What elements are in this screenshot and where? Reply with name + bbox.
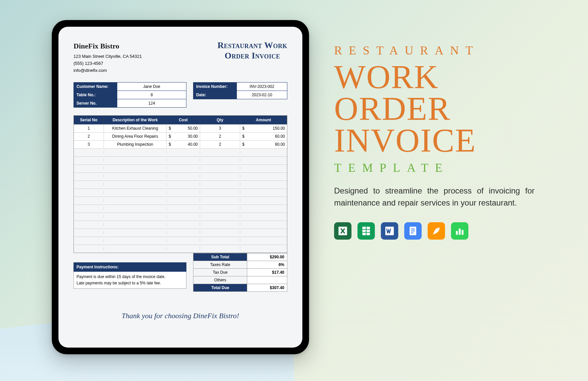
col-cost: Cost [167, 116, 200, 124]
table-row-empty [74, 237, 287, 245]
table-no-label: Table No.: [74, 91, 117, 99]
table-row-empty [74, 148, 287, 156]
customer-name-value: Jane Doe [117, 83, 186, 91]
table-no-value: 8 [117, 91, 186, 99]
marketing-panel: RESTAURANT WORK ORDER INVOICE TEMPLATE D… [334, 43, 551, 240]
cell-qty: 3 [200, 125, 240, 132]
payment-heading: Payment Instructions: [74, 262, 186, 272]
info-row: Customer Name:Jane Doe Table No.:8 Serve… [74, 82, 287, 107]
title-line-1: Restaurant Work [217, 40, 287, 50]
format-icons-row [334, 222, 551, 240]
payment-instructions-block: Payment Instructions: Payment is due wit… [74, 262, 186, 291]
title-work: WORK [334, 61, 551, 93]
table-row: 2Dining Area Floor Repairs$30.002$60.00 [74, 132, 287, 140]
server-no-value: 124 [117, 99, 186, 107]
company-email: info@dinefix.com [74, 67, 142, 74]
table-row-empty [74, 221, 287, 229]
table-header-row: Serial No Description of the Work Cost Q… [74, 116, 287, 124]
thank-you-message: Thank you for choosing DineFix Bistro! [74, 311, 287, 320]
excel-icon [334, 222, 351, 240]
company-name: DineFix Bistro [74, 40, 142, 52]
col-amount: Amount [240, 116, 287, 124]
word-icon [381, 222, 398, 240]
company-block: DineFix Bistro 123 Main Street Cityville… [74, 40, 142, 74]
taxrate-value: 6% [247, 261, 287, 268]
table-row-empty [74, 172, 287, 180]
others-value [247, 276, 287, 284]
cell-serial: 3 [74, 141, 104, 148]
cell-amount: $80.00 [240, 141, 287, 148]
subtotal-value: $290.00 [247, 253, 287, 261]
cell-cost: $50.00 [167, 125, 200, 132]
cell-serial: 2 [74, 133, 104, 140]
invoice-number-value: INV-2023-002 [237, 83, 287, 91]
taxrate-label: Taxes Rate [193, 261, 247, 268]
table-row-empty [74, 156, 287, 164]
customer-info-block: Customer Name:Jane Doe Table No.:8 Serve… [74, 82, 186, 107]
table-row-empty [74, 245, 287, 253]
bottom-section: Payment Instructions: Payment is due wit… [74, 253, 287, 291]
cell-cost: $30.00 [167, 133, 200, 140]
table-row-empty [74, 213, 287, 221]
title-line-2: Order Invoice [217, 50, 287, 61]
numbers-icon [451, 222, 468, 240]
invoice-date-value: 2023-02-10 [237, 91, 287, 99]
line-items-table: Serial No Description of the Work Cost Q… [74, 115, 287, 253]
table-row: 3Plumbing Inspection$40.002$80.00 [74, 140, 287, 148]
server-no-label: Server No. [74, 99, 117, 107]
svg-rect-5 [459, 229, 461, 235]
svg-rect-6 [462, 230, 464, 235]
col-serial: Serial No [74, 116, 104, 124]
totaldue-value: $307.40 [247, 284, 287, 291]
subtotal-label: Sub Total [193, 253, 247, 261]
payment-line-2: Late payments may be subject to a 5% lat… [77, 280, 183, 286]
taxdue-value: $17.40 [247, 269, 287, 276]
col-qty: Qty [200, 116, 240, 124]
payment-body: Payment is due within 15 days of the inv… [74, 272, 186, 289]
totals-block: Sub Total$290.00 Taxes Rate6% Tax Due$17… [193, 253, 287, 291]
document-title: Restaurant Work Order Invoice [217, 40, 287, 74]
svg-rect-4 [456, 231, 458, 235]
cell-amount: $150.00 [240, 125, 287, 132]
title-restaurant: RESTAURANT [334, 43, 551, 57]
totaldue-label: Total Due [193, 284, 247, 291]
title-template: TEMPLATE [334, 161, 551, 175]
title-invoice: INVOICE [334, 124, 551, 156]
cell-qty: 2 [200, 141, 240, 148]
col-description: Description of the Work [104, 116, 167, 124]
marketing-description: Designed to streamline the process of in… [334, 185, 535, 209]
invoice-number-label: Invoice Number: [193, 83, 237, 91]
customer-name-label: Customer Name: [74, 83, 117, 91]
cell-serial: 1 [74, 125, 104, 132]
table-row: 1Kitchen Exhaust Cleaning$50.003$150.00 [74, 124, 287, 132]
tablet-frame: DineFix Bistro 123 Main Street Cityville… [52, 20, 309, 354]
company-phone: (555) 123-4567 [74, 60, 142, 67]
table-row-empty [74, 180, 287, 188]
taxdue-label: Tax Due [193, 269, 247, 276]
title-order: ORDER [334, 93, 551, 124]
pages-icon [428, 222, 445, 240]
cell-cost: $40.00 [167, 141, 200, 148]
cell-amount: $60.00 [240, 133, 287, 140]
invoice-document: DineFix Bistro 123 Main Street Cityville… [58, 27, 302, 348]
document-header: DineFix Bistro 123 Main Street Cityville… [74, 40, 287, 74]
sheets-icon [357, 222, 375, 240]
docs-icon [404, 222, 422, 240]
table-row-empty [74, 229, 287, 237]
others-label: Others [193, 276, 247, 284]
table-row-empty [74, 188, 287, 197]
invoice-info-block: Invoice Number:INV-2023-002 Date:2023-02… [193, 82, 287, 107]
cell-qty: 2 [200, 133, 240, 140]
payment-line-1: Payment is due within 15 days of the inv… [77, 274, 183, 280]
table-row-empty [74, 164, 287, 172]
table-row-empty [74, 197, 287, 205]
cell-description: Kitchen Exhaust Cleaning [104, 125, 167, 132]
table-row-empty [74, 205, 287, 213]
cell-description: Dining Area Floor Repairs [104, 133, 167, 140]
invoice-date-label: Date: [193, 91, 237, 99]
cell-description: Plumbing Inspection [104, 141, 167, 148]
company-address: 123 Main Street Cityville, CA 54321 [74, 53, 142, 60]
